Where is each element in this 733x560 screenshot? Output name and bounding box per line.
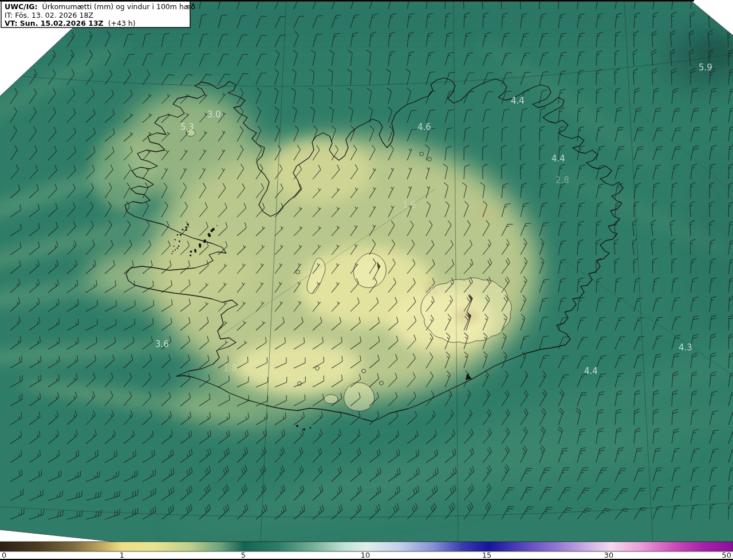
- island-dot: [172, 251, 174, 252]
- precip-max-label: 4.6: [417, 122, 431, 132]
- island-dot: [182, 228, 183, 230]
- wind-barb: [728, 0, 733, 9]
- title-line: UWC/IG: Úrkomumætti (mm) og vindur i 100…: [5, 2, 195, 11]
- precip-max-label: 4.4: [551, 153, 565, 164]
- island-dot: [210, 230, 213, 232]
- island-dot: [178, 246, 180, 247]
- title-text: Úrkomumætti (mm) og vindur i 100m hæð: [42, 2, 195, 11]
- colorbar-tick-label: 0: [2, 551, 6, 559]
- precip-max-label: 4.4: [584, 366, 598, 376]
- wind-barb: [728, 11, 733, 28]
- island-dot: [190, 250, 192, 253]
- colorbar-tick-label: 10: [361, 551, 371, 559]
- island-dot: [175, 249, 176, 250]
- island-dot: [167, 226, 168, 227]
- precip-max-label: 1.6: [403, 200, 416, 210]
- wind-barb: [10, 51, 19, 66]
- precip-max-label: 1.8: [223, 363, 237, 373]
- island-dot: [190, 254, 191, 256]
- island-dot: [175, 239, 176, 240]
- weather-map-page: 5.94.44.63.05.34.42.81.61.10.83.61.84.34…: [0, 0, 733, 560]
- precip-max-label: 2.8: [555, 175, 569, 186]
- header-box: UWC/IG: Úrkomumætti (mm) og vindur i 100…: [1, 1, 195, 27]
- colorbar-tick-label: 50: [722, 551, 731, 559]
- precip-max-label: 4.4: [511, 96, 525, 106]
- island-dot: [173, 246, 174, 247]
- valid-line: VT: Sun. 15.02.2026 13Z (+43 h): [5, 19, 136, 27]
- wind-barb: [10, 33, 20, 47]
- colorbar-tick-label: 15: [482, 551, 492, 559]
- precip-max-label: 1.1: [361, 267, 375, 277]
- precip-max-label: 0.8: [427, 284, 441, 294]
- precip-max-label: 5.9: [699, 62, 712, 73]
- init-time: IT: Fös. 13. 02. 2026 18Z: [5, 11, 93, 19]
- wind-barb: [710, 0, 715, 9]
- island-dot: [310, 427, 312, 429]
- island-dot: [199, 243, 201, 246]
- valid-time: VT: Sun. 15.02.2026 13Z: [5, 19, 104, 27]
- island-dot: [203, 240, 206, 243]
- colorbar-tick-label: 1: [120, 551, 124, 559]
- island-dot: [177, 234, 179, 236]
- island-dot: [194, 249, 196, 251]
- island-dot: [185, 226, 187, 228]
- island-dot: [179, 240, 180, 242]
- island-dot: [171, 253, 172, 254]
- precip-max-label: 3.0: [207, 109, 221, 120]
- colorbar-tick-label: 30: [604, 551, 614, 559]
- wind-barb: [29, 32, 38, 47]
- island-dot: [296, 425, 298, 427]
- model-name: UWC/IG:: [5, 2, 38, 11]
- precip-max-label: 5.3: [180, 122, 194, 132]
- island-dot: [303, 428, 305, 431]
- island-dot: [216, 225, 218, 226]
- valid-suffix: (+43 h): [108, 19, 136, 27]
- precip-max-label: 3.6: [155, 339, 169, 349]
- map-canvas: 5.94.44.63.05.34.42.81.61.10.83.61.84.34…: [0, 0, 733, 560]
- precip-max-label: 4.3: [679, 342, 692, 353]
- colorbar-tick-label: 5: [241, 551, 246, 559]
- colorbar-tick-labels: 01510153050: [2, 551, 731, 559]
- island-dot: [208, 234, 211, 237]
- island-dot: [177, 247, 178, 249]
- colorbar: 01510153050: [0, 542, 733, 560]
- colorbar-gradient-bar: [0, 542, 733, 551]
- island-dot: [214, 229, 215, 230]
